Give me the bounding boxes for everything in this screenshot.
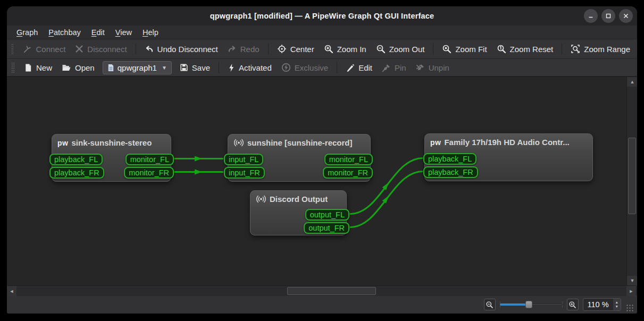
patchbay-file-combo[interactable]: qpwgraph1 ▼ xyxy=(103,61,172,74)
zoom-fit-button[interactable]: Zoom Fit xyxy=(437,42,491,56)
zoom-slider[interactable] xyxy=(500,299,563,310)
zoom-reset-icon xyxy=(497,44,506,54)
node-family-hd-audio[interactable]: pw Family 17h/19h HD Audio Contr... play… xyxy=(424,133,593,181)
node-sink-sunshine-stereo[interactable]: pw sink-sunshine-stereo playback_FL play… xyxy=(52,134,171,182)
maximize-button[interactable] xyxy=(601,9,615,23)
port-monitor-fl[interactable]: monitor_FL xyxy=(126,154,174,165)
scroll-right-button[interactable]: ► xyxy=(626,286,636,297)
resize-grip[interactable] xyxy=(625,303,634,312)
close-icon xyxy=(623,13,629,19)
node-title: sink-sunshine-stereo xyxy=(71,138,152,147)
port-output-fl[interactable]: output_FL xyxy=(305,209,349,221)
disconnect-button[interactable]: Disconnect xyxy=(70,43,131,56)
zoom-range-button[interactable]: Zoom Range xyxy=(566,42,635,56)
toolbar-separator xyxy=(219,62,219,73)
port-monitor-fr[interactable]: monitor_FR xyxy=(323,167,373,179)
zoom-fit-icon xyxy=(442,44,451,54)
disconnect-icon xyxy=(75,45,83,53)
zoom-in-icon xyxy=(324,44,333,54)
spin-up-icon[interactable]: ▲ xyxy=(615,301,618,304)
unpin-icon xyxy=(416,63,425,72)
zoom-in-icon xyxy=(568,301,576,309)
toolbar-separator xyxy=(433,43,433,55)
vertical-scrollbar[interactable]: ▲ ▼ xyxy=(626,77,637,285)
port-playback-fl[interactable]: playback_FL xyxy=(423,153,476,165)
node-sunshine-record[interactable]: sunshine [sunshine-record] input_FL inpu… xyxy=(228,134,371,182)
exclusive-button[interactable]: Exclusive xyxy=(277,61,333,74)
horizontal-scrollbar[interactable]: ◄ ► xyxy=(7,285,636,296)
save-button[interactable]: Save xyxy=(175,61,215,74)
pipewire-icon: pw xyxy=(57,140,68,146)
toolbar-separator xyxy=(268,43,269,55)
unpin-button[interactable]: Unpin xyxy=(411,61,454,74)
port-playback-fr[interactable]: playback_FR xyxy=(423,166,478,178)
zoom-slider-handle[interactable] xyxy=(525,301,532,308)
save-icon xyxy=(180,63,188,72)
toolbar-drag-handle[interactable] xyxy=(11,44,14,54)
title-bar[interactable]: qpwgraph1 [modified] — A PipeWire Graph … xyxy=(7,6,637,26)
node-discord-output[interactable]: Discord Output output_FL output_FR xyxy=(250,190,347,235)
new-button[interactable]: New xyxy=(19,61,57,74)
port-playback-fr[interactable]: playback_FR xyxy=(49,167,104,179)
port-playback-fl[interactable]: playback_FL xyxy=(49,154,103,165)
center-button[interactable]: Center xyxy=(272,42,319,56)
new-file-icon xyxy=(24,63,32,72)
zoom-slider-fill xyxy=(500,303,529,306)
toolbar-separator xyxy=(337,62,337,73)
close-button[interactable] xyxy=(619,9,633,23)
port-input-fr[interactable]: input_FR xyxy=(224,167,265,179)
menu-patchbay[interactable]: Patchbay xyxy=(43,27,86,38)
menu-help[interactable]: Help xyxy=(137,27,164,38)
edit-pencil-icon xyxy=(346,63,355,72)
node-title: Family 17h/19h HD Audio Contr... xyxy=(444,138,569,147)
graph-canvas[interactable]: pw sink-sunshine-stereo playback_FL play… xyxy=(7,77,626,285)
pin-button[interactable]: Pin xyxy=(377,61,411,74)
node-title: sunshine [sunshine-record] xyxy=(247,138,353,147)
connect-button[interactable]: Connect xyxy=(18,43,70,56)
vertical-scrollbar-thumb[interactable] xyxy=(628,138,636,214)
status-zoom-in-button[interactable] xyxy=(567,299,579,310)
menu-graph[interactable]: Graph xyxy=(11,27,43,38)
port-input-fl[interactable]: input_FL xyxy=(224,154,263,165)
zoom-percent-value[interactable]: 110 % xyxy=(583,300,613,309)
zoom-in-button[interactable]: Zoom In xyxy=(319,42,371,56)
node-header[interactable]: sunshine [sunshine-record] xyxy=(228,134,370,149)
spin-down-icon[interactable]: ▼ xyxy=(615,305,618,308)
menu-view[interactable]: View xyxy=(110,27,137,38)
scroll-left-button[interactable]: ◄ xyxy=(7,286,16,297)
graph-area: pw sink-sunshine-stereo playback_FL play… xyxy=(7,77,637,295)
graph-toolbar: Connect Disconnect Undo Disconnect Redo … xyxy=(7,39,637,59)
node-title: Discord Output xyxy=(270,195,328,204)
center-icon xyxy=(277,44,287,54)
menu-edit[interactable]: Edit xyxy=(86,27,110,38)
redo-button[interactable]: Redo xyxy=(223,43,264,56)
scroll-up-button[interactable]: ▲ xyxy=(627,77,637,87)
node-header[interactable]: Discord Output xyxy=(250,191,346,206)
open-button[interactable]: Open xyxy=(57,61,99,74)
port-monitor-fr[interactable]: monitor_FR xyxy=(124,167,174,179)
status-zoom-out-button[interactable] xyxy=(484,299,496,310)
toolbar-drag-handle[interactable] xyxy=(11,62,15,73)
minimize-button[interactable] xyxy=(584,9,598,23)
activated-bolt-icon xyxy=(228,63,235,72)
port-monitor-fl[interactable]: monitor_FL xyxy=(324,154,373,165)
status-bar: 110 % ▲ ▼ xyxy=(7,295,637,313)
edit-button[interactable]: Edit xyxy=(341,61,377,74)
scroll-down-button[interactable]: ▼ xyxy=(627,276,637,285)
zoom-reset-button[interactable]: Zoom Reset xyxy=(492,42,558,56)
undo-button[interactable]: Undo Disconnect xyxy=(140,43,223,56)
window-title: qpwgraph1 [modified] — A PipeWire Graph … xyxy=(210,12,434,20)
pin-icon xyxy=(382,63,391,72)
zoom-percent-spinbox[interactable]: 110 % ▲ ▼ xyxy=(583,298,621,311)
toolbar-separator xyxy=(136,43,136,55)
activated-button[interactable]: Activated xyxy=(223,61,277,74)
node-header[interactable]: pw sink-sunshine-stereo xyxy=(52,134,171,149)
horizontal-scrollbar-thumb[interactable] xyxy=(287,287,376,295)
port-output-fr[interactable]: output_FR xyxy=(304,222,349,234)
connect-icon xyxy=(23,45,32,54)
node-header[interactable]: pw Family 17h/19h HD Audio Contr... xyxy=(425,134,592,149)
connection-arrow-icon xyxy=(195,156,202,162)
zoom-out-button[interactable]: Zoom Out xyxy=(371,42,430,56)
open-folder-icon xyxy=(62,63,71,72)
pipewire-icon: pw xyxy=(430,139,441,146)
